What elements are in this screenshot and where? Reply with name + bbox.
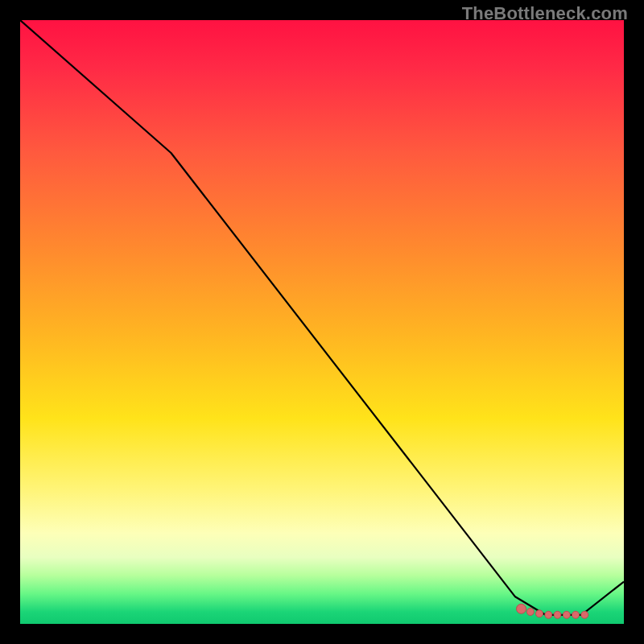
optimal-marker (536, 610, 543, 617)
plot-area (20, 20, 624, 624)
optimal-marker (581, 611, 588, 618)
watermark-text: TheBottleneck.com (462, 3, 628, 24)
optimal-marker (526, 609, 534, 616)
optimal-marker (572, 611, 580, 618)
chart-stage: TheBottleneck.com (0, 0, 644, 644)
optimal-marker (554, 611, 561, 618)
optimal-marker (517, 604, 526, 613)
optimal-marker (545, 611, 552, 618)
optimal-marker (563, 611, 570, 618)
curve-layer (20, 20, 624, 624)
bottleneck-curve (20, 20, 624, 615)
